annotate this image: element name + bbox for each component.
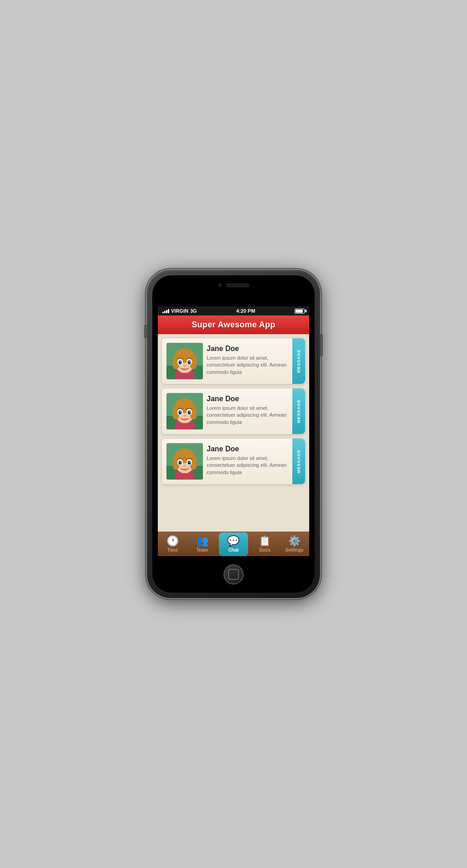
contact-card-2: Jane Doe Lorem ipsum dolor sit amet, con… bbox=[161, 388, 306, 434]
contact-info-3: Jane Doe Lorem ipsum dolor sit amet, con… bbox=[203, 443, 301, 480]
contact-text-1: Lorem ipsum dolor sit amet, consectetuer… bbox=[207, 355, 297, 376]
svg-point-14 bbox=[180, 362, 181, 362]
tab-chat[interactable]: 💬 Chat bbox=[219, 532, 249, 556]
contact-info-2: Jane Doe Lorem ipsum dolor sit amet, con… bbox=[203, 393, 301, 429]
status-bar: VIRGIN 3G 4:20 PM bbox=[158, 306, 309, 315]
time-icon: 🕐 bbox=[166, 536, 179, 546]
team-icon: 👥 bbox=[196, 536, 208, 546]
phone-body: VIRGIN 3G 4:20 PM Super Awesome App bbox=[152, 275, 315, 593]
tab-team-label: Team bbox=[197, 548, 208, 553]
svg-point-32 bbox=[189, 412, 190, 413]
battery-icon bbox=[295, 309, 305, 314]
status-right bbox=[295, 309, 305, 314]
avatar-2 bbox=[166, 393, 203, 429]
contact-name-3: Jane Doe bbox=[207, 445, 297, 453]
contact-text-3: Lorem ipsum dolor sit amet, consectetuer… bbox=[207, 455, 297, 476]
status-left: VIRGIN 3G bbox=[162, 308, 197, 314]
svg-point-49 bbox=[189, 462, 190, 463]
svg-point-50 bbox=[183, 465, 186, 467]
message-btn-3[interactable]: MESSAGE bbox=[292, 439, 305, 484]
tab-docs-label: Docs bbox=[259, 548, 270, 553]
battery-fill bbox=[296, 310, 303, 313]
time-display: 4:20 PM bbox=[236, 308, 255, 314]
contact-info-1: Jane Doe Lorem ipsum dolor sit amet, con… bbox=[203, 343, 301, 379]
screen: VIRGIN 3G 4:20 PM Super Awesome App bbox=[158, 306, 309, 556]
chat-icon: 💬 bbox=[227, 536, 239, 546]
svg-point-46 bbox=[179, 461, 182, 464]
phone-top-bar bbox=[218, 284, 249, 287]
message-btn-label-1: MESSAGE bbox=[296, 349, 301, 373]
svg-point-15 bbox=[189, 362, 190, 362]
app-header: Super Awesome App bbox=[158, 315, 309, 334]
tab-chat-label: Chat bbox=[228, 548, 239, 553]
svg-point-13 bbox=[188, 361, 191, 364]
home-button[interactable] bbox=[223, 564, 244, 584]
message-btn-2[interactable]: MESSAGE bbox=[292, 388, 305, 434]
tab-bar: 🕐 Time 👥 Team 💬 Chat 📋 Docs ⚙️ bbox=[158, 532, 309, 556]
contact-name-1: Jane Doe bbox=[207, 345, 297, 353]
tab-docs[interactable]: 📋 Docs bbox=[250, 534, 280, 554]
camera bbox=[218, 284, 222, 287]
svg-point-31 bbox=[180, 412, 181, 413]
avatar-1 bbox=[166, 343, 203, 379]
contact-name-2: Jane Doe bbox=[207, 395, 297, 403]
contact-card-1: Jane Doe Lorem ipsum dolor sit amet, con… bbox=[161, 338, 306, 384]
svg-point-33 bbox=[183, 415, 186, 417]
svg-point-47 bbox=[188, 461, 191, 464]
svg-point-48 bbox=[180, 462, 181, 463]
home-button-inner bbox=[228, 569, 239, 580]
speaker-grille bbox=[226, 284, 249, 287]
settings-icon: ⚙️ bbox=[288, 536, 301, 546]
message-btn-label-3: MESSAGE bbox=[296, 450, 301, 473]
svg-point-12 bbox=[179, 361, 182, 364]
signal-bars bbox=[162, 309, 169, 313]
tab-settings-label: Settings bbox=[285, 548, 303, 553]
signal-bar-4 bbox=[168, 309, 169, 313]
signal-bar-3 bbox=[166, 310, 167, 313]
tab-settings[interactable]: ⚙️ Settings bbox=[280, 534, 309, 554]
app-title: Super Awesome App bbox=[192, 320, 275, 329]
contact-text-2: Lorem ipsum dolor sit amet, consectetuer… bbox=[207, 405, 297, 426]
contact-card-3: Jane Doe Lorem ipsum dolor sit amet, con… bbox=[161, 438, 306, 485]
tab-time-label: Time bbox=[167, 548, 178, 553]
phone-device: VIRGIN 3G 4:20 PM Super Awesome App bbox=[147, 270, 320, 598]
carrier-label: VIRGIN bbox=[171, 308, 188, 314]
message-btn-label-2: MESSAGE bbox=[296, 399, 301, 423]
docs-icon: 📋 bbox=[259, 536, 271, 546]
signal-bar-1 bbox=[162, 312, 164, 313]
svg-point-29 bbox=[179, 411, 182, 414]
tab-time[interactable]: 🕐 Time bbox=[158, 534, 187, 554]
avatar-3 bbox=[166, 443, 203, 480]
main-content: Jane Doe Lorem ipsum dolor sit amet, con… bbox=[158, 334, 309, 532]
network-label: 3G bbox=[190, 308, 197, 314]
tab-team[interactable]: 👥 Team bbox=[187, 534, 217, 554]
svg-point-16 bbox=[183, 365, 186, 367]
svg-point-30 bbox=[188, 411, 191, 414]
message-btn-1[interactable]: MESSAGE bbox=[292, 338, 305, 384]
signal-bar-2 bbox=[164, 311, 166, 313]
